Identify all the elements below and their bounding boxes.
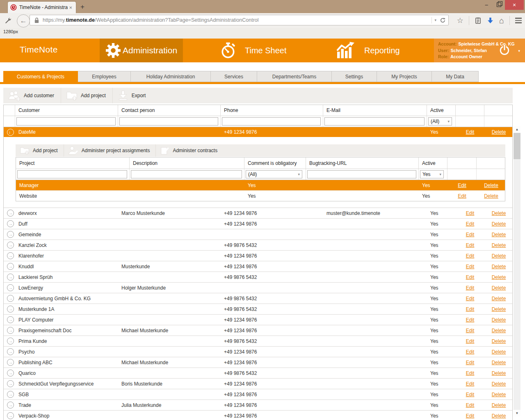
edit-link[interactable]: Edit [466, 402, 475, 408]
delete-link[interactable]: Delete [492, 210, 506, 216]
edit-link[interactable]: Edit [458, 193, 466, 199]
edit-link[interactable]: Edit [466, 274, 475, 280]
edit-link[interactable]: Edit [466, 370, 475, 376]
add-project-button[interactable]: Add project [61, 88, 113, 103]
menu-hamburger-icon[interactable] [515, 18, 522, 23]
header-email[interactable]: E-Mail [323, 105, 427, 116]
delete-link[interactable]: Delete [492, 221, 506, 227]
edit-link[interactable]: Edit [466, 306, 475, 312]
customer-row[interactable]: →Psycho+49 1234 9876YesEditDelete [4, 347, 512, 357]
customer-row[interactable]: →LowEnergyHolger MusterkundeYesEditDelet… [4, 283, 512, 293]
customer-filter-input[interactable] [16, 117, 116, 126]
customer-row[interactable]: →Verpack-Shop+49 1234 9876YesEditDelete [4, 411, 512, 420]
comment-filter-dropdown[interactable]: (All)▾ [246, 170, 302, 178]
customer-row[interactable]: →Autovermietung GmbH & Co. KG+49 9876 54… [4, 293, 512, 304]
bookmarks-clipboard-icon[interactable] [475, 17, 482, 24]
browser-tab[interactable]: TimeNote - Administration × [7, 1, 76, 13]
header-active[interactable]: Active [427, 105, 456, 116]
back-button[interactable]: ← [17, 14, 30, 27]
contact-filter-input[interactable] [119, 117, 218, 126]
description-filter-input[interactable] [131, 170, 242, 178]
project-filter-input[interactable] [17, 170, 127, 178]
delete-link[interactable]: Delete [492, 338, 506, 344]
delete-link[interactable]: Delete [492, 413, 506, 419]
tab-holiday-administration[interactable]: Holiday Administration [131, 71, 211, 82]
header-bugtracking-url[interactable]: Bugtracking-URL [306, 158, 419, 169]
nav-item-time-sheet[interactable]: Time Sheet [219, 39, 287, 62]
delete-link[interactable]: Delete [492, 349, 506, 355]
expand-row-icon[interactable]: → [7, 252, 14, 259]
expand-row-icon[interactable]: → [7, 370, 14, 377]
reload-icon[interactable] [440, 17, 446, 23]
customer-row-selected[interactable]: → DateMe +49 1234 9876 Yes Edit Delete [4, 127, 512, 137]
account-menu-caret-icon[interactable]: ▾ [518, 49, 520, 53]
tab-departments-teams[interactable]: Departments/Teams [257, 71, 332, 82]
customer-row[interactable]: →Lackierei Sprüh+49 9876 5432YesEditDele… [4, 272, 512, 283]
delete-link[interactable]: Delete [492, 317, 506, 323]
administer-assignments-button[interactable]: Administer project assignments [64, 144, 156, 157]
new-tab-button[interactable]: + [80, 3, 84, 10]
delete-link[interactable]: Delete [492, 328, 506, 333]
edit-link[interactable]: Edit [466, 338, 475, 344]
customer-row[interactable]: →Prima Kunde+49 9876 5432YesEditDelete [4, 336, 512, 347]
nav-item-administration[interactable]: Administration [100, 39, 183, 62]
delete-link[interactable]: Delete [492, 285, 506, 291]
tab-customers-projects[interactable]: Customers & Projects [3, 71, 78, 82]
expand-row-icon[interactable]: → [7, 359, 14, 366]
header-customer[interactable]: Customer [15, 105, 118, 116]
expand-row-icon[interactable]: → [7, 306, 14, 313]
delete-link[interactable]: Delete [492, 129, 506, 135]
expand-row-icon[interactable]: → [7, 327, 14, 334]
edit-link[interactable]: Edit [466, 392, 475, 397]
bugtracking-filter-input[interactable] [307, 170, 416, 178]
logout-power-icon[interactable] [499, 45, 510, 56]
customer-row[interactable]: →devworxMarco Musterkunde+49 1234 9876mu… [4, 208, 512, 219]
expand-row-icon[interactable]: → [7, 402, 14, 409]
scrollbar-thumb[interactable] [514, 133, 520, 159]
edit-link[interactable]: Edit [466, 210, 475, 216]
wrench-icon[interactable] [5, 17, 11, 24]
restore-window-button[interactable] [493, 0, 505, 9]
delete-link[interactable]: Delete [484, 193, 498, 199]
customer-row[interactable]: →Musterkunde 1A+49 9876 5432YesEditDelet… [4, 304, 512, 315]
home-icon[interactable]: ⌂ [499, 16, 504, 25]
customer-row[interactable]: →Kanzlei Zock+49 9876 5432YesEditDelete [4, 240, 512, 251]
customer-row[interactable]: →Publishing ABCMichael Musterkunde+49 12… [4, 357, 512, 368]
minimize-window-button[interactable]: – [480, 0, 493, 9]
expand-row-icon[interactable]: → [7, 242, 14, 249]
edit-link[interactable]: Edit [466, 232, 475, 237]
project-row[interactable]: ManagerYesYesEditDelete [16, 180, 505, 190]
edit-link[interactable]: Edit [466, 253, 475, 259]
delete-link[interactable]: Delete [492, 306, 506, 312]
downloads-icon[interactable] [487, 17, 494, 24]
customer-row[interactable]: →TradeJulia Musterkunde+49 1234 9876YesE… [4, 400, 512, 411]
close-tab-icon[interactable]: × [68, 5, 73, 11]
edit-link[interactable]: Edit [466, 296, 475, 301]
delete-link[interactable]: Delete [492, 232, 506, 237]
bookmark-star-icon[interactable]: ☆ [457, 17, 463, 24]
administer-contracts-button[interactable]: Administer contracts [156, 144, 223, 157]
delete-link[interactable]: Delete [484, 183, 498, 188]
header-comment-obligatory[interactable]: Comment is obligatory [244, 158, 306, 169]
add-customer-button[interactable]: Add customer [3, 88, 61, 103]
collapse-row-icon[interactable]: → [7, 129, 14, 136]
delete-link[interactable]: Delete [492, 274, 506, 280]
active-filter-dropdown[interactable]: (All)▾ [428, 117, 452, 126]
delete-link[interactable]: Delete [492, 253, 506, 259]
expand-row-icon[interactable]: → [7, 231, 14, 238]
edit-link[interactable]: Edit [466, 285, 475, 291]
delete-link[interactable]: Delete [492, 264, 506, 269]
scroll-down-button[interactable]: ▼ [514, 410, 520, 417]
expand-row-icon[interactable]: → [7, 263, 14, 270]
edit-link[interactable]: Edit [466, 413, 475, 419]
expand-row-icon[interactable]: → [7, 380, 14, 387]
delete-link[interactable]: Delete [492, 381, 506, 387]
edit-link[interactable]: Edit [466, 360, 475, 365]
tab-services[interactable]: Services [211, 71, 257, 82]
customer-row[interactable]: →KnuddlMusterkunde+49 1234 9876YesEditDe… [4, 261, 512, 272]
edit-link[interactable]: Edit [458, 183, 466, 188]
tab-my-data[interactable]: My Data [432, 71, 479, 82]
header-phone[interactable]: Phone [221, 105, 323, 116]
delete-link[interactable]: Delete [492, 370, 506, 376]
expand-row-icon[interactable]: → [7, 412, 14, 419]
